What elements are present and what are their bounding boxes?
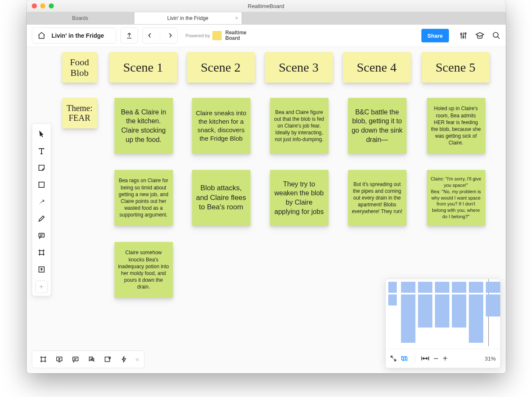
note-header-scene2[interactable]: Scene 2 xyxy=(187,52,255,83)
home-icon[interactable] xyxy=(37,31,46,40)
svg-point-1 xyxy=(462,36,464,38)
svg-rect-4 xyxy=(39,182,44,188)
note-header-foodblob[interactable]: Food Blob xyxy=(62,52,97,83)
redo-button[interactable] xyxy=(160,33,177,39)
app-window: RealtimeBoard Boards Livin' in the Fridg… xyxy=(27,0,506,373)
minimap-toggle-icon[interactable] xyxy=(401,355,409,362)
note-header-scene3[interactable]: Scene 3 xyxy=(265,52,333,83)
note-s2a[interactable]: Claire sneaks into the kitchen for a sna… xyxy=(192,98,251,154)
window-title: RealtimeBoard xyxy=(27,3,506,9)
share-label: Share xyxy=(427,33,443,39)
note-s2b[interactable]: Blob attacks, and Claire flees to Bea's … xyxy=(192,170,251,226)
redo-icon xyxy=(165,33,173,39)
board-title-group: Livin' in the Fridge xyxy=(32,28,117,44)
tool-sticky[interactable] xyxy=(32,160,51,175)
close-tab-icon[interactable]: × xyxy=(235,15,238,21)
bl-comments-icon[interactable] xyxy=(68,352,83,367)
note-s5b[interactable]: Claire: "I'm sorry, I'll give you space!… xyxy=(427,170,485,226)
tool-pen[interactable] xyxy=(32,211,51,226)
powered-label: Powered by xyxy=(185,33,210,38)
mac-titlebar: RealtimeBoard xyxy=(27,0,506,12)
graduation-icon[interactable] xyxy=(475,31,485,40)
minimap-panel: − + 31% xyxy=(385,279,501,368)
tab-label: Boards xyxy=(72,15,88,21)
bl-presentation-icon[interactable] xyxy=(52,352,67,367)
bottom-left-bar: « xyxy=(32,350,145,368)
app-header: Livin' in the Fridge Powered by xyxy=(27,25,506,47)
note-header-scene5[interactable]: Scene 5 xyxy=(422,52,490,83)
fullscreen-icon[interactable] xyxy=(390,355,397,362)
note-s1c[interactable]: Claire somehow knocks Bea's inadequacy p… xyxy=(114,242,173,298)
note-header-scene1[interactable]: Scene 1 xyxy=(109,52,177,83)
fit-width-icon[interactable] xyxy=(421,355,429,361)
tool-comment[interactable] xyxy=(32,228,51,243)
brand-swatch-icon xyxy=(212,31,222,40)
brand: Realtime Board xyxy=(212,30,246,41)
tool-upload[interactable] xyxy=(32,262,51,277)
export-icon xyxy=(125,32,133,39)
tool-select[interactable] xyxy=(32,126,51,142)
zoom-level[interactable]: 31% xyxy=(485,355,496,362)
undo-icon xyxy=(148,33,155,39)
tool-text[interactable] xyxy=(32,143,51,158)
sliders-icon[interactable] xyxy=(459,31,468,40)
tool-frame[interactable] xyxy=(32,245,51,260)
note-s1a[interactable]: Bea & Claire in the kitchen. Claire stoc… xyxy=(114,98,173,154)
powered-by: Powered by xyxy=(185,33,210,38)
minimap[interactable] xyxy=(386,279,500,349)
zoom-in-icon[interactable]: + xyxy=(443,354,448,364)
bl-activity-icon[interactable] xyxy=(116,352,131,367)
svg-point-2 xyxy=(465,33,466,34)
svg-point-3 xyxy=(493,33,498,38)
zoom-out-icon[interactable]: − xyxy=(434,354,439,364)
tab-label: Livin' in the Fridge xyxy=(167,15,208,21)
zoom-controls: − + 31% xyxy=(386,349,500,368)
svg-point-0 xyxy=(460,33,462,35)
tool-shape[interactable] xyxy=(32,177,51,192)
export-button[interactable] xyxy=(120,28,138,44)
bl-collapse-icon[interactable]: « xyxy=(132,355,141,363)
board-name[interactable]: Livin' in the Fridge xyxy=(52,32,104,39)
board-canvas[interactable]: Food Blob Scene 1 Scene 2 Scene 3 Scene … xyxy=(27,47,506,373)
note-theme[interactable]: Theme: FEAR xyxy=(62,98,97,128)
svg-rect-8 xyxy=(72,357,78,361)
search-icon[interactable] xyxy=(492,31,501,40)
tab-current-board[interactable]: Livin' in the Fridge × xyxy=(134,12,242,24)
note-s3a[interactable]: Bea and Claire figure out that the blob … xyxy=(270,98,329,154)
share-button[interactable]: Share xyxy=(421,29,448,42)
svg-rect-5 xyxy=(39,233,44,237)
tool-arrow[interactable] xyxy=(32,194,51,209)
undo-redo-group xyxy=(142,28,178,44)
brand-name: Realtime Board xyxy=(225,30,246,41)
tab-boards[interactable]: Boards xyxy=(27,12,134,24)
bl-frames-icon[interactable] xyxy=(36,352,51,367)
browser-tabs: Boards Livin' in the Fridge × xyxy=(27,12,506,25)
bl-share-icon[interactable] xyxy=(100,352,115,367)
note-s5a[interactable]: Holed up in Claire's room, Bea admits HE… xyxy=(427,98,485,154)
undo-button[interactable] xyxy=(143,33,160,39)
note-s4b[interactable]: But it's spreading out the pipes and com… xyxy=(348,170,407,226)
svg-rect-9 xyxy=(105,357,109,362)
tool-add[interactable]: + xyxy=(35,280,48,293)
note-s1b[interactable]: Bea rags on Claire for being so timid ab… xyxy=(114,170,173,226)
note-s4a[interactable]: B&C battle the blob, getting it to go do… xyxy=(348,98,407,154)
left-toolbar: + xyxy=(32,123,51,296)
note-s3b[interactable]: They try to weaken the blob by Claire ap… xyxy=(270,170,329,226)
header-right-tools xyxy=(459,31,501,40)
bl-chat-icon[interactable] xyxy=(84,352,99,367)
note-header-scene4[interactable]: Scene 4 xyxy=(343,52,411,83)
